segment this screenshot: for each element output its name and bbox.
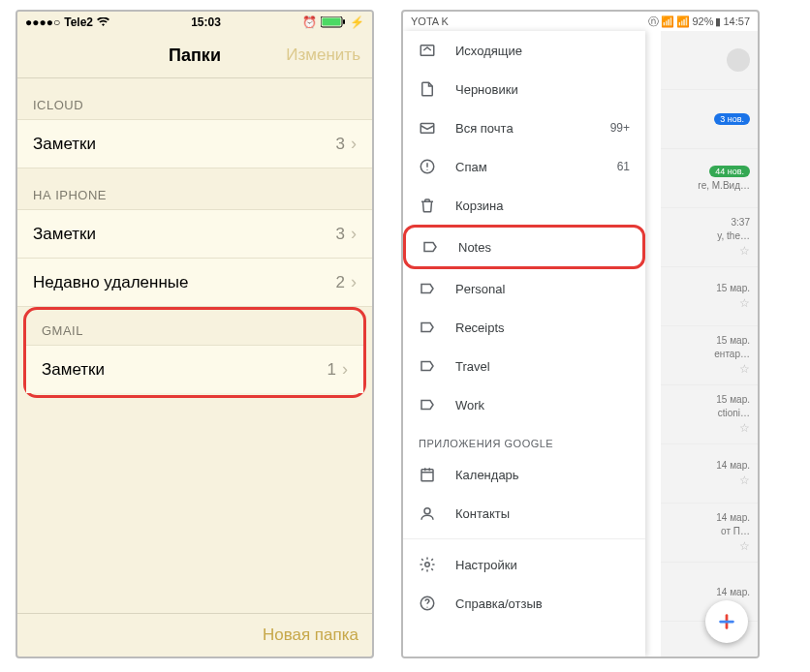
mail-list-background: 3 нов. 44 нов.re, М.Вид… 3:37y, the…☆ 15…	[661, 31, 758, 657]
folder-label: Заметки	[42, 360, 327, 380]
drawer-label: Корзина	[455, 199, 630, 213]
drawer-label: Настройки	[455, 558, 630, 572]
new-folder-button[interactable]: Новая папка	[263, 626, 358, 645]
gmail-nav-drawer: Исходящие Черновики Вся почта 99+ Спам 6…	[403, 31, 645, 657]
chevron-right-icon: ›	[351, 224, 357, 244]
label-icon	[419, 280, 436, 297]
signal-dots-icon: ●●●●○	[25, 15, 60, 29]
badge: 44 нов.	[709, 166, 750, 177]
drawer-label: Work	[455, 398, 630, 412]
chevron-right-icon: ›	[342, 359, 348, 380]
page-title: Папки	[169, 46, 221, 66]
drawer-item-travel[interactable]: Travel	[403, 347, 645, 385]
folder-count: 1	[327, 360, 336, 380]
ios-status-bar: ●●●●○ Tele2 15:03 ⏰ ⚡	[17, 12, 372, 33]
bg-row: 14 мар.☆	[661, 444, 758, 504]
drawer-item-settings[interactable]: Настройки	[403, 545, 645, 584]
folder-label: Заметки	[33, 135, 336, 154]
drawer-item-receipts[interactable]: Receipts	[403, 308, 645, 347]
drawer-label: Справка/отзыв	[455, 596, 630, 611]
drawer-label: Вся почта	[455, 121, 591, 136]
drawer-item-calendar[interactable]: Календарь	[403, 455, 645, 494]
charging-icon: ⚡	[350, 15, 364, 29]
bg-row: 15 мар.ctioni…☆	[661, 385, 758, 444]
draft-icon	[419, 80, 436, 98]
svg-rect-1	[323, 18, 341, 26]
folder-row-iphone-notes[interactable]: Заметки 3 ›	[17, 209, 372, 259]
drawer-label: Notes	[458, 240, 627, 255]
svg-point-7	[424, 508, 430, 514]
bg-row: 14 мар.от П…☆	[661, 504, 758, 563]
battery-icon: ▮	[715, 15, 721, 28]
ios-nav-bar: Папки Изменить	[17, 33, 372, 78]
drawer-item-outbox[interactable]: Исходящие	[403, 31, 645, 70]
compose-fab[interactable]	[705, 600, 748, 643]
outbox-icon	[419, 42, 436, 59]
drawer-item-trash[interactable]: Корзина	[403, 186, 645, 225]
gear-icon	[419, 556, 436, 573]
section-header-iphone: НА IPHONE	[17, 168, 372, 210]
star-icon: ☆	[739, 473, 750, 487]
plus-icon	[716, 611, 737, 632]
badge: 3 нов.	[714, 113, 750, 125]
wifi-icon	[97, 17, 109, 27]
drawer-label: Контакты	[455, 506, 630, 521]
folder-count: 3	[336, 225, 345, 244]
help-icon	[419, 595, 436, 612]
drawer-label: Черновики	[455, 82, 630, 97]
carrier-label: Tele2	[64, 15, 93, 29]
drawer-item-contacts[interactable]: Контакты	[403, 494, 645, 533]
contacts-icon	[419, 504, 436, 522]
drawer-label: Исходящие	[455, 44, 630, 58]
folder-row-recently-deleted[interactable]: Недавно удаленные 2 ›	[17, 258, 372, 307]
bg-avatar-row	[661, 31, 758, 90]
signal-icon: 📶	[676, 15, 690, 28]
drawer-item-spam[interactable]: Спам 61	[403, 147, 645, 186]
star-icon: ☆	[739, 244, 750, 258]
star-icon: ☆	[739, 539, 750, 553]
bg-row: 15 мар.ентар…☆	[661, 326, 758, 385]
svg-rect-2	[343, 19, 345, 24]
label-icon	[419, 357, 436, 375]
drawer-item-help[interactable]: Справка/отзыв	[403, 584, 645, 623]
label-icon	[419, 319, 436, 336]
label-icon	[419, 396, 436, 413]
svg-rect-4	[421, 124, 434, 134]
alarm-icon: ⏰	[302, 15, 317, 29]
drawer-label: Travel	[455, 359, 630, 374]
edit-button[interactable]: Изменить	[286, 46, 360, 65]
drawer-item-allmail[interactable]: Вся почта 99+	[403, 108, 645, 147]
gmail-section-highlight: GMAIL Заметки 1 ›	[23, 307, 366, 398]
battery-percent: 92%	[692, 15, 713, 27]
calendar-icon	[419, 466, 436, 483]
trash-icon	[419, 197, 436, 214]
chevron-right-icon: ›	[351, 134, 357, 154]
bg-row: 44 нов.re, М.Вид…	[661, 149, 758, 208]
avatar	[727, 48, 750, 72]
drawer-item-personal[interactable]: Personal	[403, 269, 645, 308]
android-status-bar: YOTA K ⓝ 📶 📶 92% ▮ 14:57	[403, 12, 758, 31]
drawer-item-notes[interactable]: Notes	[403, 225, 645, 269]
wifi-icon: 📶	[661, 15, 674, 28]
android-gmail-screen: YOTA K ⓝ 📶 📶 92% ▮ 14:57 3 нов. 44 нов.r…	[401, 10, 760, 658]
folder-count: 3	[336, 135, 345, 154]
clock-label: 14:57	[723, 15, 750, 27]
clock-label: 15:03	[191, 15, 221, 29]
folder-count: 2	[336, 273, 345, 292]
drawer-label: Спам	[455, 160, 598, 174]
bg-row: 3 нов.	[661, 90, 758, 149]
folder-row-gmail-notes[interactable]: Заметки 1 ›	[26, 345, 363, 393]
drawer-label: Календарь	[455, 468, 630, 482]
section-header-icloud: ICLOUD	[17, 78, 372, 120]
svg-rect-6	[421, 470, 433, 481]
drawer-section-apps: ПРИЛОЖЕНИЯ GOOGLE	[403, 424, 645, 455]
carrier-label: YOTA K	[411, 15, 449, 27]
drawer-item-drafts[interactable]: Черновики	[403, 70, 645, 108]
spam-icon	[419, 158, 436, 175]
nfc-icon: ⓝ	[648, 15, 659, 29]
star-icon: ☆	[739, 421, 750, 435]
drawer-label: Receipts	[455, 321, 630, 335]
drawer-label: Personal	[455, 282, 630, 296]
folder-row-icloud-notes[interactable]: Заметки 3 ›	[17, 119, 372, 168]
drawer-item-work[interactable]: Work	[403, 385, 645, 424]
